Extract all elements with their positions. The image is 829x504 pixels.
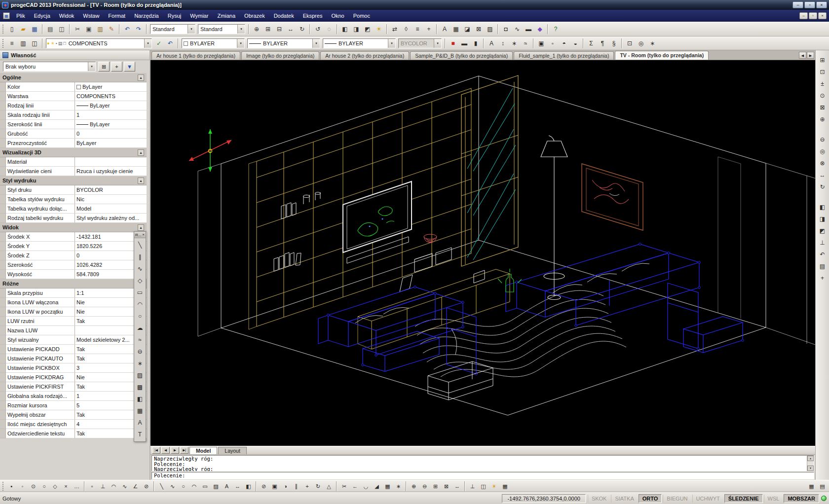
undo-icon[interactable]: ↶ <box>122 24 133 35</box>
zoom-center-icon[interactable]: ⊙ <box>817 90 828 101</box>
draw-rectangle-icon[interactable]: ▭ <box>200 481 210 491</box>
view-front-icon[interactable]: ◨ <box>817 213 828 224</box>
menu-plik[interactable]: Plik <box>12 11 30 21</box>
draw-line-icon[interactable]: ╲ <box>156 481 167 491</box>
vcr-button[interactable]: ◀ <box>161 447 170 454</box>
osnap-settings-icon[interactable]: ◘ <box>500 24 511 35</box>
quick-calc-icon[interactable]: Σ <box>586 38 597 49</box>
section-header[interactable]: Styl wydruku▲ <box>0 176 147 185</box>
draw-polyline-icon[interactable]: ∿ <box>167 481 178 491</box>
toggle-biegun[interactable]: BIEGUN <box>663 495 691 503</box>
layer-combo[interactable]: ●☀▪▤□COMPONENTS▼ <box>46 38 152 48</box>
text-style-combo[interactable]: Standard▼ <box>150 24 195 34</box>
point-style-icon[interactable]: ∗ <box>509 38 520 49</box>
chevron-down-icon[interactable]: ▼ <box>237 39 244 48</box>
draw-toolbar-close-icon[interactable]: × <box>142 233 145 237</box>
snap-node-icon[interactable]: ○ <box>39 481 49 491</box>
zoom-extents-tool-icon[interactable]: ⊗ <box>817 157 828 169</box>
visual-styles-icon[interactable]: ◩ <box>362 24 373 35</box>
property-value[interactable]: Styl wydruku zależny od... <box>75 214 147 223</box>
mtext-tool-icon[interactable]: A <box>135 417 145 429</box>
property-value[interactable]: Rzuca i uzyskuje cienie <box>75 167 147 176</box>
property-value[interactable]: ByLayer <box>75 120 147 129</box>
zoom-object-icon[interactable]: ⊠ <box>817 102 828 113</box>
menu-format[interactable]: Format <box>104 11 130 21</box>
menu-rysuj[interactable]: Rysuj <box>163 11 186 21</box>
close-button[interactable]: × <box>816 1 827 8</box>
tab-model[interactable]: Model <box>189 447 217 454</box>
snap-perpendicular-icon[interactable]: ⊥ <box>98 481 108 491</box>
modify-fillet-icon[interactable]: ◡ <box>361 481 371 491</box>
dim-style-combo[interactable]: Standard▼ <box>198 24 245 34</box>
zoom-window-tool-icon[interactable]: ⊞ <box>817 54 828 66</box>
snap-quadrant-icon[interactable]: ◇ <box>50 481 60 491</box>
collapse-icon[interactable]: ▲ <box>138 224 144 231</box>
chevron-down-icon[interactable]: ▼ <box>237 25 245 34</box>
modify-mirror-icon[interactable]: ◑ <box>280 481 291 491</box>
draw-order-back-icon[interactable]: ◒ <box>570 38 581 49</box>
property-value[interactable]: 0 <box>75 129 147 139</box>
snap-center-icon[interactable]: ⊙ <box>28 481 38 491</box>
draw-toolbar-header[interactable]: R... × <box>134 232 146 238</box>
drawing-viewport[interactable] <box>151 60 815 446</box>
property-value[interactable]: Model <box>75 204 147 214</box>
property-value[interactable]: Nic <box>75 195 147 204</box>
multiline-style-icon[interactable]: ≈ <box>520 38 531 49</box>
lineweight-combo[interactable]: BYLAYER▼ <box>323 38 396 48</box>
zoom-dynamic-icon[interactable]: ⊡ <box>817 66 828 77</box>
layer-states-icon[interactable]: ▥ <box>18 38 29 49</box>
orbit-tool-icon[interactable]: ↻ <box>817 181 828 192</box>
print-icon[interactable]: ▤ <box>45 24 56 35</box>
plotstyle-combo[interactable]: BYCOLOR▼ <box>398 38 442 48</box>
fields-icon[interactable]: ¶ <box>597 38 608 49</box>
document-tab[interactable]: Image (tylko do przeglądania) <box>241 51 319 60</box>
ucs-origin-icon[interactable]: + <box>817 272 828 284</box>
select-objects-button[interactable]: + <box>111 62 122 72</box>
property-value[interactable]: ByLayer <box>75 101 147 110</box>
modify-erase-icon[interactable]: ⊘ <box>259 481 269 491</box>
orbit-3d-icon[interactable]: ↻ <box>297 24 307 35</box>
scroll-down-icon[interactable]: ▼ <box>807 466 814 471</box>
mdi-minimize-button[interactable]: – <box>799 12 808 19</box>
render-2-icon[interactable]: ☀ <box>489 481 499 491</box>
modify-array-icon[interactable]: ▦ <box>382 481 393 491</box>
toggle-mobszar[interactable]: MOBSZAR <box>784 494 819 503</box>
pan-realtime-icon[interactable]: ↔ <box>817 169 828 180</box>
scroll-up-icon[interactable]: ▲ <box>807 456 814 461</box>
make-layer-current-icon[interactable]: ✓ <box>153 38 164 49</box>
views-icon[interactable]: ◫ <box>478 481 489 491</box>
modify-move-icon[interactable]: + <box>302 481 312 491</box>
modify-extend-icon[interactable]: ← <box>350 481 360 491</box>
id-point-icon[interactable]: + <box>423 24 434 35</box>
ungroup-icon[interactable]: ▫ <box>547 38 558 49</box>
layer-previous-icon[interactable]: ↶ <box>165 38 176 49</box>
toggle-pickadd-button[interactable]: ▼ <box>124 62 135 72</box>
vcr-button[interactable]: |◀ <box>152 447 160 454</box>
zoom-in-tool-icon[interactable]: ⊕ <box>817 113 828 125</box>
section-header[interactable]: Wizualizacji 3D▲ <box>0 148 147 157</box>
zoom-window-icon[interactable]: ⊞ <box>263 24 273 35</box>
hatch-icon[interactable]: ▨ <box>135 369 145 381</box>
modify-chamfer-icon[interactable]: ◢ <box>372 481 382 491</box>
selection-combo[interactable]: Brak wyboru ▼ <box>3 62 96 72</box>
help-icon[interactable]: ? <box>550 24 561 35</box>
quick-select-button[interactable]: ⊞ <box>98 62 110 72</box>
color-combo[interactable]: BYLAYER▼ <box>182 38 245 48</box>
menu-ekspres[interactable]: Ekspres <box>299 11 327 21</box>
text-tool-icon[interactable]: T <box>135 429 145 440</box>
entity-linetype-icon[interactable]: ▬ <box>459 38 470 49</box>
redraw-icon[interactable]: ◌ <box>324 24 335 35</box>
region-icon[interactable]: ▩ <box>135 381 145 393</box>
polygon-icon[interactable]: ◇ <box>135 275 145 287</box>
document-tab[interactable]: Ar house 2 (tylko do przeglądania) <box>320 51 409 60</box>
cut-icon[interactable]: ✂ <box>72 24 83 35</box>
collapse-icon[interactable]: ▲ <box>138 74 144 81</box>
image-attach-icon[interactable]: ▨ <box>485 24 495 35</box>
area-icon[interactable]: ◊ <box>401 24 412 35</box>
document-tab[interactable]: TV - Room (tylko do przeglądania) <box>615 51 709 60</box>
chevron-down-icon[interactable]: ▼ <box>88 62 95 71</box>
pan-icon[interactable]: ↔ <box>285 24 296 35</box>
named-ucs-icon[interactable]: ▤ <box>817 260 828 272</box>
circle-icon[interactable]: ○ <box>135 310 145 322</box>
arc-icon[interactable]: ◠ <box>135 298 145 310</box>
